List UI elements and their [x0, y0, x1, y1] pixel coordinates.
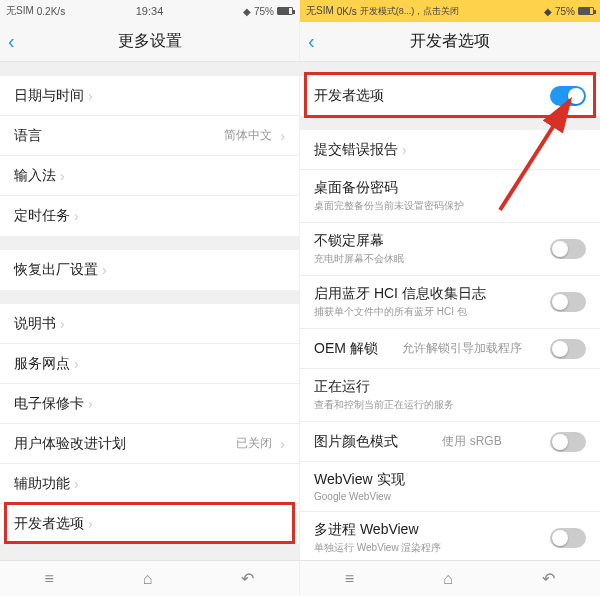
row-label: 语言	[14, 127, 42, 145]
status-bar: 无SIM 0.2K/s 19:34 ◆ 75%	[0, 0, 299, 22]
chevron-right-icon: ›	[102, 262, 107, 278]
page-title: 更多设置	[118, 31, 182, 52]
row-label: 用户体验改进计划	[14, 435, 126, 453]
row-value: 允许解锁引导加载程序	[402, 340, 522, 357]
row-label: 开发者选项	[14, 515, 84, 533]
toggle-switch[interactable]	[550, 239, 586, 259]
toggle-switch[interactable]	[550, 528, 586, 548]
chevron-right-icon: ›	[60, 316, 65, 332]
right-screen: 无SIM 0K/s 开发模式(8...)，点击关闭 ◆ 75% ‹ 开发者选项 …	[300, 0, 600, 596]
developer-options-list: 开发者选项提交错误报告›桌面备份密码桌面完整备份当前未设置密码保护不锁定屏幕充电…	[300, 62, 600, 560]
status-bar: 无SIM 0K/s 开发模式(8...)，点击关闭 ◆ 75%	[300, 0, 600, 22]
nav-bar: ≡ ⌂ ↶	[0, 560, 299, 596]
settings-row[interactable]: OEM 解锁允许解锁引导加载程序	[300, 329, 600, 369]
chevron-right-icon: ›	[74, 356, 79, 372]
wifi-icon: ◆	[544, 6, 552, 17]
row-subtitle: 捕获单个文件中的所有蓝牙 HCI 包	[314, 305, 486, 319]
row-value: 已关闭	[236, 435, 272, 452]
row-label: 开发者选项	[314, 87, 384, 105]
settings-row[interactable]: 桌面备份密码桌面完整备份当前未设置密码保护	[300, 170, 600, 223]
row-label: 服务网点	[14, 355, 70, 373]
settings-row[interactable]: 提交错误报告›	[300, 130, 600, 170]
dev-mode-banner[interactable]: 开发模式(8...)，点击关闭	[360, 5, 460, 18]
settings-row[interactable]: 语言简体中文›	[0, 116, 299, 156]
settings-row[interactable]: 用户体验改进计划已关闭›	[0, 424, 299, 464]
chevron-right-icon: ›	[74, 476, 79, 492]
settings-row[interactable]: 不锁定屏幕充电时屏幕不会休眠	[300, 223, 600, 276]
row-label: WebView 实现	[314, 471, 405, 489]
page-title: 开发者选项	[410, 31, 490, 52]
toggle-switch[interactable]	[550, 432, 586, 452]
row-value: 简体中文	[224, 127, 272, 144]
settings-row[interactable]: 说明书›	[0, 304, 299, 344]
left-screen: 无SIM 0.2K/s 19:34 ◆ 75% ‹ 更多设置 日期与时间›语言简…	[0, 0, 300, 596]
toggle-switch[interactable]	[550, 86, 586, 106]
battery-icon	[578, 7, 594, 15]
chevron-right-icon: ›	[280, 436, 285, 452]
row-value: 使用 sRGB	[442, 433, 501, 450]
settings-row[interactable]: WebView 实现Google WebView	[300, 462, 600, 512]
back-button[interactable]: ‹	[8, 22, 15, 61]
row-label: 日期与时间	[14, 87, 84, 105]
row-subtitle: 查看和控制当前正在运行的服务	[314, 398, 454, 412]
settings-row[interactable]: 正在运行查看和控制当前正在运行的服务	[300, 369, 600, 422]
nav-back-icon[interactable]: ↶	[542, 569, 555, 588]
battery-icon	[277, 7, 293, 15]
settings-row[interactable]: 多进程 WebView单独运行 WebView 渲染程序	[300, 512, 600, 560]
settings-row[interactable]: 服务网点›	[0, 344, 299, 384]
nav-menu-icon[interactable]: ≡	[345, 570, 354, 588]
sim-status: 无SIM	[306, 4, 334, 18]
settings-row[interactable]: 电子保修卡›	[0, 384, 299, 424]
chevron-right-icon: ›	[280, 128, 285, 144]
row-label: 桌面备份密码	[314, 179, 464, 197]
chevron-right-icon: ›	[74, 208, 79, 224]
settings-list: 日期与时间›语言简体中文›输入法›定时任务›恢复出厂设置›说明书›服务网点›电子…	[0, 62, 299, 560]
row-label: 恢复出厂设置	[14, 261, 98, 279]
row-subtitle: 充电时屏幕不会休眠	[314, 252, 404, 266]
status-time: 19:34	[0, 5, 299, 17]
nav-back-icon[interactable]: ↶	[241, 569, 254, 588]
row-subtitle: Google WebView	[314, 491, 405, 502]
settings-row[interactable]: 输入法›	[0, 156, 299, 196]
settings-row[interactable]: 日期与时间›	[0, 76, 299, 116]
toggle-switch[interactable]	[550, 292, 586, 312]
settings-row[interactable]: 开发者选项›	[0, 504, 299, 544]
net-speed: 0K/s	[337, 6, 357, 17]
chevron-right-icon: ›	[88, 516, 93, 532]
row-subtitle: 桌面完整备份当前未设置密码保护	[314, 199, 464, 213]
settings-row[interactable]: 恢复出厂设置›	[0, 250, 299, 290]
developer-options-master-toggle-row[interactable]: 开发者选项	[300, 76, 600, 116]
toggle-switch[interactable]	[550, 339, 586, 359]
chevron-right-icon: ›	[88, 88, 93, 104]
back-button[interactable]: ‹	[308, 22, 315, 61]
row-label: 辅助功能	[14, 475, 70, 493]
row-label: 说明书	[14, 315, 56, 333]
row-subtitle: 单独运行 WebView 渲染程序	[314, 541, 441, 555]
chevron-right-icon: ›	[88, 396, 93, 412]
nav-home-icon[interactable]: ⌂	[143, 570, 153, 588]
row-label: 图片颜色模式	[314, 433, 398, 451]
row-label: 提交错误报告	[314, 141, 398, 159]
settings-row[interactable]: 启用蓝牙 HCI 信息收集日志捕获单个文件中的所有蓝牙 HCI 包	[300, 276, 600, 329]
row-label: 正在运行	[314, 378, 454, 396]
battery-pct: 75%	[555, 6, 575, 17]
row-label: 输入法	[14, 167, 56, 185]
nav-home-icon[interactable]: ⌂	[443, 570, 453, 588]
chevron-right-icon: ›	[60, 168, 65, 184]
row-label: 不锁定屏幕	[314, 232, 404, 250]
row-label: OEM 解锁	[314, 340, 378, 358]
nav-bar: ≡ ⌂ ↶	[300, 560, 600, 596]
row-label: 定时任务	[14, 207, 70, 225]
title-bar: ‹ 更多设置	[0, 22, 299, 62]
row-label: 多进程 WebView	[314, 521, 441, 539]
row-label: 电子保修卡	[14, 395, 84, 413]
settings-row[interactable]: 定时任务›	[0, 196, 299, 236]
chevron-right-icon: ›	[402, 142, 407, 158]
settings-row[interactable]: 辅助功能›	[0, 464, 299, 504]
settings-row[interactable]: 图片颜色模式使用 sRGB	[300, 422, 600, 462]
title-bar: ‹ 开发者选项	[300, 22, 600, 62]
nav-menu-icon[interactable]: ≡	[44, 570, 53, 588]
row-label: 启用蓝牙 HCI 信息收集日志	[314, 285, 486, 303]
